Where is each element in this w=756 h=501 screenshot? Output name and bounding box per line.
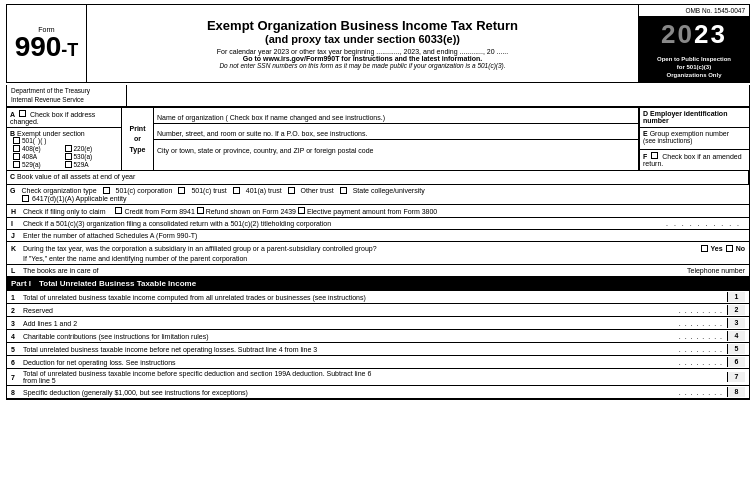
e-text: Group exemption number	[650, 130, 729, 137]
year-line: For calendar year 2023 or other tax year…	[217, 48, 508, 55]
city-field-row: City or town, state or province, country…	[154, 140, 638, 156]
part1-row-5: 5Total unrelated business taxable income…	[7, 343, 749, 356]
part1-row-1: 1Total of unrelated business taxable inc…	[7, 291, 749, 304]
h-cb2[interactable]	[197, 207, 204, 214]
part1-row-text-7: Total of unrelated business taxable inco…	[23, 370, 373, 384]
part1-row-num-5: 5	[11, 346, 19, 353]
a-letter: A	[10, 111, 15, 118]
part1-row-box-2: 2	[727, 305, 745, 315]
part1-row-3: 3Add lines 1 and 2. . . . . . . .3	[7, 317, 749, 330]
g-state-college-cb[interactable]	[340, 187, 347, 194]
part1-header: Part I Total Unrelated Business Taxable …	[7, 277, 749, 291]
type-label: Type	[130, 145, 146, 156]
h-row: H Check if filing only to claim Credit f…	[7, 205, 749, 218]
part1-row-num-4: 4	[11, 333, 19, 340]
dept-section: Department of the Treasury Internal Reve…	[6, 85, 750, 108]
part1-rows: 1Total of unrelated business taxable inc…	[7, 291, 749, 399]
part1-row-text-8: Specific deduction (generally $1,000, bu…	[23, 389, 373, 396]
cb-530a: 530(a)	[65, 153, 116, 160]
h-cb1[interactable]	[115, 207, 122, 214]
page: Form 990 -T Exempt Organization Business…	[0, 0, 756, 404]
h-cb3[interactable]	[298, 207, 305, 214]
k-row: K During the tax year, was the corporati…	[7, 242, 749, 254]
section-a: A Check box if address changed.	[7, 108, 121, 128]
form-header: Form 990 -T Exempt Organization Business…	[6, 4, 750, 83]
section-c: C Book value of all assets at end of yea…	[7, 171, 749, 184]
k-section: K During the tax year, was the corporati…	[7, 242, 749, 265]
d-letter: D	[643, 110, 648, 117]
part1-row-num-2: 2	[11, 307, 19, 314]
l-phone-label: Telephone number	[687, 267, 745, 274]
e-subtext: (see instructions)	[643, 137, 746, 144]
city-label: City or town, state or province, country…	[157, 147, 373, 154]
section-d: D Employer identification number	[640, 108, 749, 128]
cb-501-box[interactable]	[13, 137, 20, 144]
name-label: Name of organization ( Check box if name…	[157, 114, 385, 121]
form-number-box: Form 990 -T	[7, 5, 87, 82]
print-label: Print	[130, 124, 146, 135]
g-text: Check organization type	[21, 187, 96, 194]
k-yes-no: Yes No	[701, 245, 745, 252]
part1-label: Part I	[11, 279, 31, 288]
g-row: G Check organization type 501(c) corpora…	[7, 185, 749, 205]
g-401a-trust-cb[interactable]	[233, 187, 240, 194]
cb-529a: 529(a)	[13, 161, 64, 168]
g-other-trust-cb[interactable]	[288, 187, 295, 194]
part1-row-4: 4Charitable contributions (see instructi…	[7, 330, 749, 343]
g-501c-corp-cb[interactable]	[103, 187, 110, 194]
part1-row-text-3: Add lines 1 and 2	[23, 320, 373, 327]
part1-row-text-4: Charitable contributions (see instructio…	[23, 333, 373, 340]
abcd-row: A Check box if address changed. B Exempt…	[7, 108, 749, 171]
cb-530a-box[interactable]	[65, 153, 72, 160]
h-opt3: Elective payment amount from Form 3800	[307, 208, 437, 215]
k-yes-cb[interactable]	[701, 245, 708, 252]
i-text: Check if a 501(c)(3) organization filing…	[23, 220, 382, 227]
g-applicable-row: 6417(d)(1)(A) Applicable entity	[22, 195, 746, 202]
h-letter: H	[11, 208, 19, 215]
part1-row-num-1: 1	[11, 294, 19, 301]
g-applicable-label: 6417(d)(1)(A) Applicable entity	[32, 195, 127, 202]
header-middle: Exempt Organization Business Income Tax …	[87, 5, 639, 82]
main-title: Exempt Organization Business Income Tax …	[207, 18, 518, 33]
g-501c-trust-label: 501(c) trust	[191, 187, 226, 194]
tax-year-display: 2023	[639, 17, 749, 53]
part1-row-6: 6Deduction for net operating loss. See i…	[7, 356, 749, 369]
b-text: Exempt under section	[17, 130, 85, 137]
g-401a-trust-label: 401(a) trust	[246, 187, 282, 194]
k-no-cb[interactable]	[726, 245, 733, 252]
i-row: I Check if a 501(c)(3) organization fili…	[7, 218, 749, 230]
h-text: Check if filing only to claim Credit fro…	[23, 207, 745, 215]
a-checkbox[interactable]	[19, 110, 26, 117]
dept-row: Department of the Treasury Internal Reve…	[7, 85, 749, 107]
part1-row-text-5: Total unrelated business taxable income …	[23, 346, 373, 353]
k-text: During the tax year, was the corporation…	[23, 245, 697, 252]
k-subtext: If "Yes," enter the name and identifying…	[7, 254, 749, 264]
cb-529A: 529A	[65, 161, 116, 168]
part1-row-dots-2: . . . . . . . .	[373, 307, 727, 314]
cb-220e-box[interactable]	[65, 145, 72, 152]
part1-row-dots-6: . . . . . . . .	[373, 359, 727, 366]
part1-row-dots-8: . . . . . . . .	[373, 389, 727, 396]
ab-column: A Check box if address changed. B Exempt…	[7, 108, 122, 170]
section-b: B Exempt under section 501( )( ) 408(e)	[7, 128, 121, 170]
g-applicable-cb[interactable]	[22, 195, 29, 202]
or-label: or	[134, 134, 141, 145]
addr-label: Number, street, and room or suite no. If…	[157, 130, 367, 137]
h-opt2: Refund shown on Form 2439	[206, 208, 298, 215]
part1-row-box-3: 3	[727, 318, 745, 328]
print-or-type: Print or Type	[122, 108, 154, 170]
e-letter: E	[643, 130, 648, 137]
cb-408e: 408(e)	[13, 145, 64, 152]
part1-row-num-7: 7	[11, 374, 19, 381]
cb-529a-box[interactable]	[13, 161, 20, 168]
f-checkbox[interactable]	[651, 152, 658, 159]
g-501c-trust-cb[interactable]	[178, 187, 185, 194]
year-last-digits: 23	[694, 19, 727, 50]
part1-row-dots-5: . . . . . . . .	[373, 346, 727, 353]
section-e: E Group exemption number (see instructio…	[640, 128, 749, 150]
sub-title: (and proxy tax under section 6033(e))	[265, 33, 460, 45]
cb-408e-box[interactable]	[13, 145, 20, 152]
cb-408a-box[interactable]	[13, 153, 20, 160]
cb-529A-box[interactable]	[65, 161, 72, 168]
dept-right-notice	[127, 85, 749, 106]
